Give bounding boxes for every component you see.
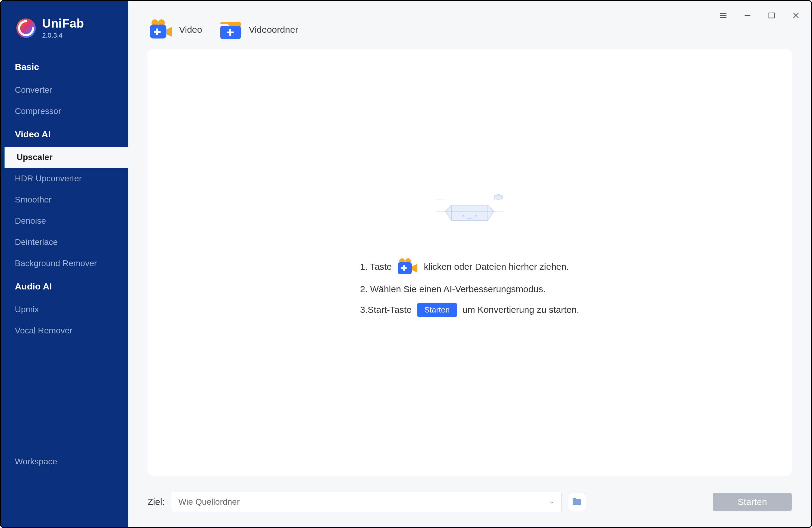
- window-controls: [717, 10, 802, 22]
- nav-section-audio-ai: Audio AI: [1, 274, 128, 299]
- video-plus-mini-icon: [397, 258, 418, 275]
- svg-rect-27: [401, 267, 407, 269]
- start-button-label: Starten: [738, 497, 767, 507]
- sidebar-item-background-remover[interactable]: Background Remover: [1, 253, 128, 274]
- instruction-2: 2. Wählen Sie einen AI-Verbesserungsmodu…: [360, 284, 579, 294]
- brand-name: UniFab: [42, 17, 84, 30]
- instruction-1-suffix: klicken oder Dateien hierher ziehen.: [424, 261, 569, 272]
- top-actions: Video Videoordner: [128, 1, 811, 49]
- add-folder-label: Videoordner: [249, 25, 298, 35]
- nav-section-basic: Basic: [1, 55, 128, 80]
- menu-icon[interactable]: [717, 10, 729, 22]
- start-mini-button: Starten: [417, 303, 457, 317]
- sidebar-item-upmix[interactable]: Upmix: [1, 299, 128, 320]
- brand: UniFab 2.0.3.4: [1, 13, 128, 55]
- nav-section-video-ai: Video AI: [1, 122, 128, 147]
- folder-plus-icon: [219, 19, 242, 40]
- sidebar-item-vocal-remover[interactable]: Vocal Remover: [1, 320, 128, 341]
- app-window: UniFab 2.0.3.4 Basic Converter Compresso…: [0, 0, 812, 528]
- main-area: Video Videoordner: [128, 1, 811, 527]
- empty-illustration-icon: [430, 190, 509, 228]
- instruction-3: 3.Start-Taste Starten um Konvertierung z…: [360, 303, 579, 317]
- instruction-2-text: 2. Wählen Sie einen AI-Verbesserungsmodu…: [360, 284, 546, 294]
- add-folder-button[interactable]: Videoordner: [219, 19, 298, 40]
- app-logo-icon: [15, 18, 37, 39]
- destination-value: Wie Quellordner: [178, 497, 240, 507]
- instruction-3-suffix: um Konvertierung zu starten.: [462, 304, 579, 315]
- sidebar-item-compressor[interactable]: Compressor: [1, 101, 128, 122]
- dropzone[interactable]: 1. Taste klicken oder Dateien: [147, 49, 792, 475]
- video-plus-icon: [149, 19, 172, 40]
- sidebar-item-upscaler[interactable]: Upscaler: [1, 147, 128, 168]
- browse-folder-button[interactable]: [568, 493, 586, 511]
- dropzone-content: 1. Taste klicken oder Dateien: [360, 190, 579, 317]
- svg-point-22: [475, 215, 476, 216]
- sidebar-item-hdr-upconverter[interactable]: HDR Upconverter: [1, 168, 128, 189]
- start-button[interactable]: Starten: [713, 493, 792, 511]
- sidebar-item-denoise[interactable]: Denoise: [1, 210, 128, 231]
- maximize-icon[interactable]: [766, 10, 778, 22]
- sidebar-item-converter[interactable]: Converter: [1, 80, 128, 101]
- footer: Ziel: Wie Quellordner Starten: [128, 485, 811, 527]
- sidebar-item-smoother[interactable]: Smoother: [1, 189, 128, 210]
- instruction-3-prefix: 3.Start-Taste: [360, 304, 411, 315]
- sidebar-item-workspace[interactable]: Workspace: [1, 451, 128, 527]
- add-video-button[interactable]: Video: [149, 19, 202, 40]
- svg-rect-12: [154, 31, 161, 33]
- close-icon[interactable]: [790, 10, 802, 22]
- instruction-1-prefix: 1. Taste: [360, 261, 392, 272]
- minimize-icon[interactable]: [741, 10, 754, 22]
- add-video-label: Video: [179, 25, 202, 35]
- folder-icon: [572, 497, 582, 507]
- instructions: 1. Taste klicken oder Dateien: [360, 258, 579, 317]
- svg-rect-15: [227, 31, 234, 33]
- sidebar: UniFab 2.0.3.4 Basic Converter Compresso…: [1, 1, 128, 527]
- sidebar-item-deinterlace[interactable]: Deinterlace: [1, 231, 128, 253]
- instruction-1: 1. Taste klicken oder Dateien: [360, 258, 579, 275]
- svg-point-21: [463, 215, 464, 216]
- chevron-down-icon: [549, 497, 554, 507]
- destination-label: Ziel:: [147, 497, 165, 507]
- destination-select[interactable]: Wie Quellordner: [171, 492, 562, 512]
- svg-point-20: [494, 195, 503, 199]
- svg-rect-5: [769, 13, 775, 18]
- brand-version: 2.0.3.4: [42, 31, 84, 39]
